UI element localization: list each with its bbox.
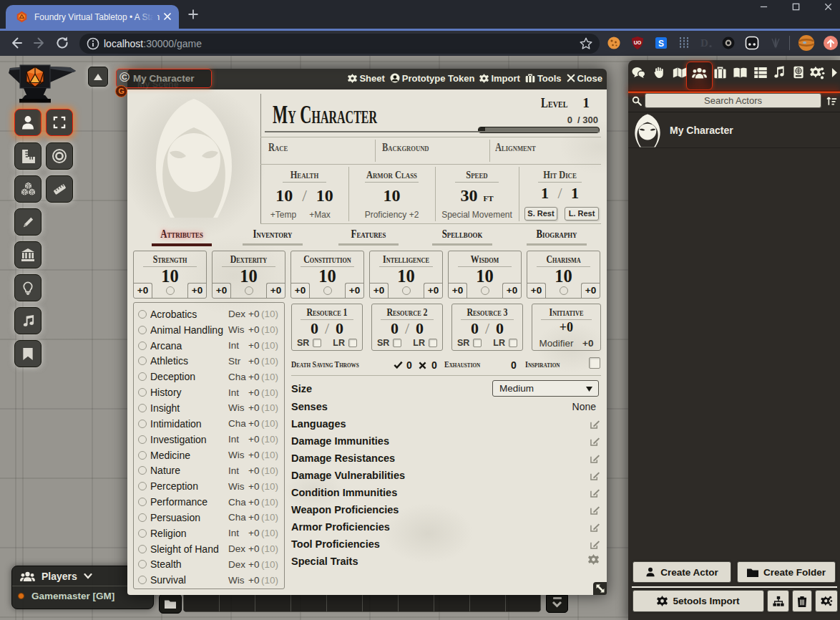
svg-text:S: S xyxy=(658,39,664,49)
svg-text:D: D xyxy=(700,37,708,49)
svg-text:UO: UO xyxy=(634,40,642,45)
